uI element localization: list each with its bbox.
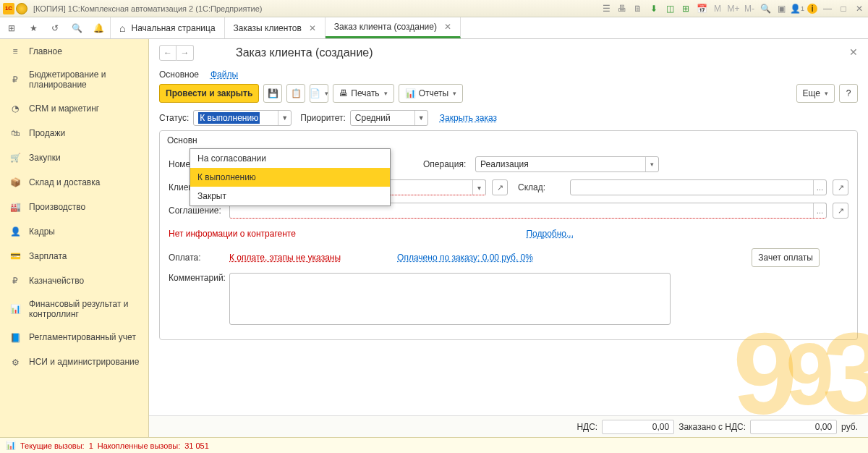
sidebar-item-main[interactable]: ≡Главное [0,39,148,64]
open-ref-icon[interactable]: ↗ [492,179,508,195]
sidebar-item-crm[interactable]: ◔CRM и маркетинг [0,96,148,121]
calculator-icon[interactable]: ⊞ [680,3,692,14]
sidebar-item-hr[interactable]: 👤Кадры [0,219,148,244]
paid-by-order-link[interactable]: Оплачено по заказу: 0,00 руб. 0% [397,253,533,263]
chart-icon: 📊 [9,302,22,316]
notifications-bell-icon[interactable]: 🔔 [91,21,106,35]
chevron-down-icon[interactable]: ▼ [414,111,427,125]
mem-m-icon[interactable]: M [712,3,723,14]
book-icon: 📘 [9,331,22,344]
tab-home[interactable]: ⌂ Начальная страница [111,17,225,38]
search-icon[interactable]: 🔍 [69,21,84,35]
reports-button[interactable]: 📊 Отчеты▾ [399,84,463,103]
operation-combo[interactable]: Реализация ▾ [475,156,659,172]
close-window-icon[interactable]: ✕ [854,3,865,14]
vat-value[interactable]: 0,00 [602,420,674,434]
perf-icon: 📊 [6,441,16,450]
sidebar-item-budget[interactable]: ₽Бюджетирование и планирование [0,64,148,96]
subtab-files[interactable]: Файлы [210,69,238,80]
box-icon: 📦 [9,176,22,189]
comment-textarea[interactable] [229,273,671,325]
warehouse-input[interactable]: … [570,179,827,195]
page-title: Заказ клиента (создание) [236,46,373,59]
tab-order-create-label: Заказ клиента (создание) [334,22,437,32]
payment-label: Оплата: [169,253,224,263]
sidebar-item-production[interactable]: 🏭Производство [0,195,148,219]
open-ref-icon[interactable]: ↗ [833,179,848,195]
currency-label: руб. [841,422,858,432]
sidebar-item-regaccount[interactable]: 📘Регламентированный учет [0,326,148,350]
ellipsis-icon[interactable]: … [813,180,826,195]
open-ref-icon[interactable]: ↗ [833,203,848,219]
subtab-main[interactable]: Основное [159,69,199,80]
sidebar-item-treasury[interactable]: ₽Казначейство [0,268,148,293]
download-icon[interactable]: ⬇ [648,3,660,14]
status-option[interactable]: Закрыт [190,187,390,206]
sidebar-item-admin[interactable]: ⚙НСИ и администрирование [0,350,148,375]
sidebar-item-fin[interactable]: 📊Финансовый результат и контроллинг [0,293,148,326]
offset-payment-button[interactable]: Зачет оплаты [752,248,820,267]
details-link[interactable]: Подробно... [526,229,574,239]
priority-combo[interactable]: Средний ▼ [350,110,428,126]
home-icon: ⌂ [119,22,125,34]
search-global-icon[interactable]: 🔍 [760,3,771,14]
ellipsis-icon[interactable]: … [813,203,826,218]
print-button[interactable]: 🖶 Печать▾ [333,84,393,103]
status-combo[interactable]: К выполнению ▼ [193,110,292,126]
nav-forward-button[interactable]: → [176,45,194,61]
apps-grid-icon[interactable]: ⊞ [4,21,19,35]
close-order-link[interactable]: Закрыть заказ [440,113,497,123]
vat-label: НДС: [576,422,597,432]
tab-basic-label[interactable]: Основн [167,135,197,145]
toolbar-icon-a1[interactable]: ☰ [600,3,612,14]
post-button[interactable]: 📋 [286,84,305,103]
status-option[interactable]: На согласовании [190,149,390,168]
warehouse-label: Склад: [518,182,564,192]
maximize-icon[interactable]: □ [838,3,849,14]
help-button[interactable]: ? [839,84,858,103]
nav-back-button[interactable]: ← [159,45,176,61]
more-button[interactable]: Еще▾ [796,84,835,103]
post-and-close-button[interactable]: Провести и закрыть [159,84,259,103]
chevron-down-icon[interactable]: ▾ [472,180,485,195]
favorite-star-icon[interactable]: ★ [26,21,41,35]
ordered-value[interactable]: 0,00 [750,420,837,434]
create-based-button[interactable]: 📄▾ [310,84,328,103]
minimize-icon[interactable]: — [822,3,833,14]
chevron-down-icon[interactable]: ▼ [278,111,291,125]
tab-orders[interactable]: Заказы клиентов ✕ [225,17,326,38]
agreement-label: Соглашение: [169,206,224,216]
payment-stages-link[interactable]: К оплате, этапы не указаны [229,253,341,263]
close-icon[interactable]: ✕ [309,23,316,33]
user-icon[interactable]: 👤1 [791,3,803,14]
tab-order-create[interactable]: Заказ клиента (создание) ✕ [326,17,461,38]
sidebar-item-warehouse[interactable]: 📦Склад и доставка [0,170,148,195]
ordered-label: Заказано с НДС: [678,422,746,432]
sidebar-item-salary[interactable]: 💳Зарплата [0,244,148,268]
chevron-down-icon[interactable]: ▾ [645,157,658,172]
doc-icon[interactable]: 🗎 [632,3,644,14]
window-title: [КОПИЯ] 1С:Комплексная автоматизация 2 (… [33,4,600,13]
nav-icon[interactable]: ▣ [775,3,787,14]
main-tabbar: ⊞ ★ ↺ 🔍 🔔 ⌂ Начальная страница Заказы кл… [0,17,868,39]
sidebar-item-purchases[interactable]: 🛒Закупки [0,145,148,170]
budget-icon: ₽ [9,73,22,86]
close-icon[interactable]: ✕ [444,22,451,32]
sidebar-item-sales[interactable]: 🛍Продажи [0,121,148,145]
print-icon[interactable]: 🖶 [616,3,628,14]
compare-icon[interactable]: ◫ [664,3,676,14]
close-page-icon[interactable]: ✕ [849,46,858,58]
calendar-icon[interactable]: 📅 [696,3,707,14]
status-dropdown-list[interactable]: На согласовании К выполнению Закрыт [190,148,391,206]
info-icon[interactable]: i [807,4,817,14]
accum-calls-value: 31 051 [184,441,209,450]
totals-bar: НДС: 0,00 Заказано с НДС: 0,00 руб. [149,415,868,437]
app-menu-dropdown-icon[interactable] [16,3,27,14]
status-option[interactable]: К выполнению [190,168,390,187]
content-area: ✕ ← → Заказ клиента (создание) Основное … [149,39,868,437]
save-button[interactable]: 💾 [263,84,282,103]
history-icon[interactable]: ↺ [48,21,62,35]
mem-mplus-icon[interactable]: M+ [728,3,739,14]
tab-orders-label: Заказы клиентов [234,23,302,33]
mem-mminus-icon[interactable]: M- [744,3,755,14]
